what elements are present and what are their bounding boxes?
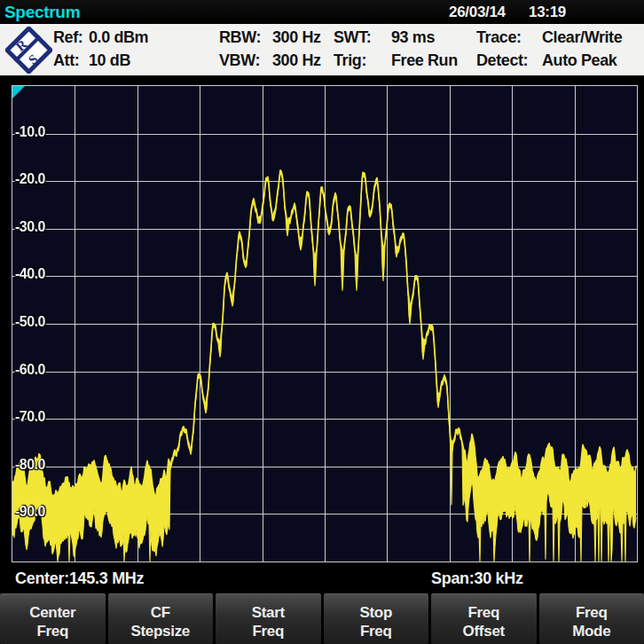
- ref-level-label: Ref:: [53, 28, 82, 47]
- frequency-info-bar: Center:145.3 MHz Span:30 kHz: [0, 568, 644, 591]
- detector-label: Detect:: [476, 51, 528, 70]
- center-frequency-readout: Center:145.3 MHz: [15, 569, 144, 588]
- spectrum-trace-canvas: [12, 86, 637, 562]
- page-title: Spectrum: [4, 3, 80, 22]
- settings-header: R S Ref: 0.0 dBm Att: 10 dB RBW: 300 Hz …: [0, 24, 644, 77]
- vbw-label: VBW:: [219, 51, 260, 70]
- trigger-label: Trig:: [334, 51, 366, 70]
- date-display: 26/03/14: [449, 4, 506, 21]
- trigger-value: Free Run: [391, 51, 458, 70]
- sweep-time-value: 93 ms: [391, 28, 435, 47]
- title-bar: Spectrum 26/03/14 13:19: [0, 0, 644, 24]
- attenuation-label: Att:: [53, 51, 79, 70]
- softkey-start-freq[interactable]: Start Freq: [216, 593, 321, 644]
- softkey-center-freq[interactable]: Center Freq: [0, 593, 106, 644]
- spectrum-plot: -10.0-20.0-30.0-40.0-50.0-60.0-70.0-80.0…: [12, 85, 638, 562]
- span-readout: Span:30 kHz: [431, 569, 523, 588]
- softkey-stop-freq[interactable]: Stop Freq: [324, 593, 429, 644]
- ref-level-value: 0.0 dBm: [89, 28, 148, 47]
- rbw-value: 300 Hz: [272, 28, 321, 47]
- detector-value: Auto Peak: [542, 51, 617, 70]
- softkey-freq-mode[interactable]: Freq Mode: [539, 593, 644, 644]
- rohde-schwarz-logo: R S: [5, 27, 52, 74]
- sweep-time-label: SWT:: [334, 28, 371, 47]
- trace-mode-value: Clear/Write: [542, 28, 622, 47]
- attenuation-value: 10 dB: [89, 51, 130, 70]
- trace-mode-label: Trace:: [476, 28, 522, 47]
- rbw-label: RBW:: [219, 28, 261, 47]
- time-display: 13:19: [529, 4, 566, 21]
- vbw-value: 300 Hz: [272, 51, 321, 70]
- softkey-cf-stepsize[interactable]: CF Stepsize: [108, 593, 214, 644]
- softkey-freq-offset[interactable]: Freq Offset: [431, 593, 537, 644]
- spectrum-analyzer-screen: Spectrum 26/03/14 13:19 R S Ref: 0.0 dBm…: [0, 0, 644, 644]
- softkey-menu: Center Freq CF Stepsize Start Freq Stop …: [0, 593, 644, 644]
